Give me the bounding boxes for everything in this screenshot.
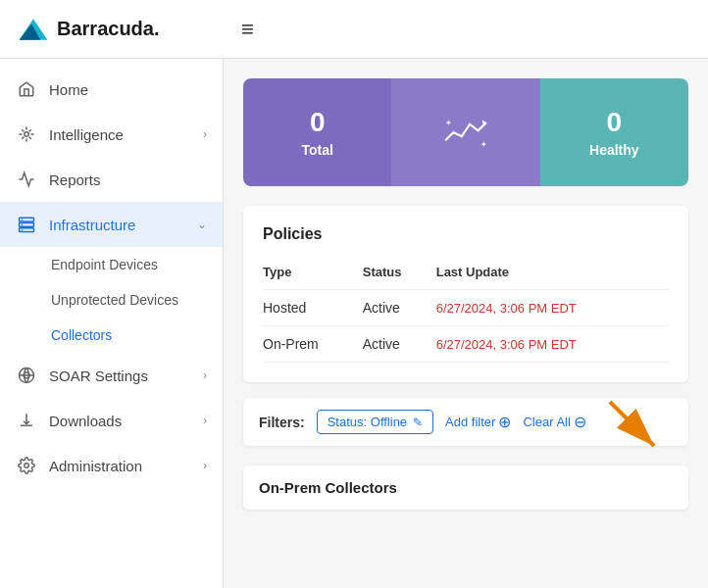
sidebar-item-downloads-label: Downloads [49, 413, 122, 429]
filter-chip-text: Status: Offline [328, 415, 407, 429]
sidebar-item-downloads[interactable]: Downloads › [0, 398, 223, 443]
row-type-onprem: On-Prem [263, 326, 363, 363]
chevron-down-icon: ⌄ [197, 218, 207, 231]
policies-table: Type Status Last Update Hosted Active 6/… [263, 259, 669, 363]
svg-text:✦: ✦ [445, 118, 452, 127]
svg-line-15 [610, 402, 654, 446]
stat-total-label: Total [301, 142, 332, 158]
infrastructure-sub-items: Endpoint Devices Unprotected Devices Col… [0, 247, 223, 353]
svg-point-7 [22, 224, 24, 226]
chevron-right-icon: › [203, 127, 207, 141]
downloads-icon [16, 410, 37, 431]
sidebar-item-infrastructure[interactable]: Infrastructure ⌄ [0, 202, 223, 247]
clear-icon: ⊖ [574, 413, 586, 431]
sidebar-item-administration[interactable]: Administration › [0, 443, 223, 488]
collectors-card: On-Prem Collectors [243, 466, 688, 510]
filters-label: Filters: [259, 415, 305, 430]
collectors-label: Collectors [51, 327, 112, 343]
barracuda-logo-icon [16, 12, 51, 47]
sidebar-item-unprotected-devices[interactable]: Unprotected Devices [0, 282, 223, 318]
sidebar-item-collectors[interactable]: Collectors [0, 318, 223, 353]
chevron-right-admin-icon: › [203, 459, 207, 472]
sidebar-item-reports-label: Reports [49, 172, 101, 188]
add-filter-label: Add filter [445, 415, 495, 429]
col-type: Type [263, 259, 363, 290]
soar-icon [16, 365, 37, 386]
row-status-onprem: Active [363, 326, 436, 363]
table-row: Hosted Active 6/27/2024, 3:06 PM EDT [263, 290, 669, 326]
row-type-hosted: Hosted [263, 290, 363, 326]
col-status: Status [363, 259, 436, 290]
stat-healthy-label: Healthy [589, 142, 639, 158]
status-filter-chip[interactable]: Status: Offline ✎ [317, 410, 433, 434]
topbar: Barracuda. ≡ [0, 0, 708, 59]
policies-title: Policies [263, 225, 669, 243]
add-icon: ⊕ [498, 413, 511, 431]
sidebar-item-home-label: Home [49, 81, 88, 98]
reports-icon [16, 169, 37, 190]
endpoint-devices-label: Endpoint Devices [51, 257, 158, 272]
table-row: On-Prem Active 6/27/2024, 3:06 PM EDT [263, 326, 669, 363]
svg-point-2 [25, 132, 29, 137]
chevron-right-downloads-icon: › [203, 414, 207, 427]
stat-healthy-value: 0 [607, 107, 623, 138]
sidebar-item-intelligence-label: Intelligence [49, 126, 124, 143]
chevron-right-soar-icon: › [203, 368, 207, 382]
logo-area: Barracuda. [16, 12, 160, 47]
main-content: 0 Total ✦ ✦ 0 Healthy Policies [224, 59, 708, 588]
svg-point-6 [22, 219, 24, 220]
policies-card: Policies Type Status Last Update Hosted … [243, 206, 688, 382]
filters-container: Filters: Status: Offline ✎ Add filter ⊕ … [243, 398, 688, 446]
stats-row: 0 Total ✦ ✦ 0 Healthy [243, 78, 688, 186]
row-date-onprem: 6/27/2024, 3:06 PM EDT [436, 326, 669, 363]
sidebar-item-soar-settings[interactable]: SOAR Settings › [0, 353, 223, 398]
infrastructure-icon [16, 214, 37, 235]
stat-card-healthy: 0 Healthy [540, 78, 688, 186]
col-last-update: Last Update [436, 259, 669, 290]
svg-point-8 [22, 229, 24, 231]
sidebar-item-intelligence[interactable]: Intelligence › [0, 112, 223, 157]
row-date-hosted: 6/27/2024, 3:06 PM EDT [436, 290, 669, 326]
logo-text: Barracuda. [57, 18, 160, 40]
unprotected-devices-label: Unprotected Devices [51, 292, 178, 308]
svg-text:✦: ✦ [480, 139, 487, 149]
stat-total-value: 0 [310, 107, 326, 138]
administration-icon [16, 455, 37, 476]
orange-arrow-icon [600, 397, 669, 456]
sidebar-item-infrastructure-label: Infrastructure [49, 217, 135, 233]
collectors-section-title: On-Prem Collectors [259, 479, 673, 496]
add-filter-button[interactable]: Add filter ⊕ [445, 413, 511, 431]
sidebar: Home Intelligence › Reports [0, 59, 224, 588]
clear-all-label: Clear All [523, 415, 570, 429]
sidebar-item-administration-label: Administration [49, 458, 142, 474]
stat-card-total: 0 Total [243, 78, 391, 186]
home-icon [16, 78, 37, 100]
sidebar-item-soar-label: SOAR Settings [49, 368, 148, 384]
main-layout: Home Intelligence › Reports [0, 59, 708, 588]
sidebar-item-home[interactable]: Home [0, 67, 223, 112]
sparkline-icon: ✦ ✦ [441, 113, 490, 152]
hamburger-menu[interactable]: ≡ [241, 17, 254, 42]
sidebar-item-endpoint-devices[interactable]: Endpoint Devices [0, 247, 223, 282]
clear-all-button[interactable]: Clear All ⊖ [523, 413, 585, 431]
row-status-hosted: Active [363, 290, 436, 326]
edit-icon: ✎ [413, 416, 423, 429]
intelligence-icon [16, 123, 37, 145]
stat-card-sparkline: ✦ ✦ [391, 78, 539, 186]
arrow-annotation [600, 397, 669, 456]
sidebar-item-reports[interactable]: Reports [0, 157, 223, 202]
